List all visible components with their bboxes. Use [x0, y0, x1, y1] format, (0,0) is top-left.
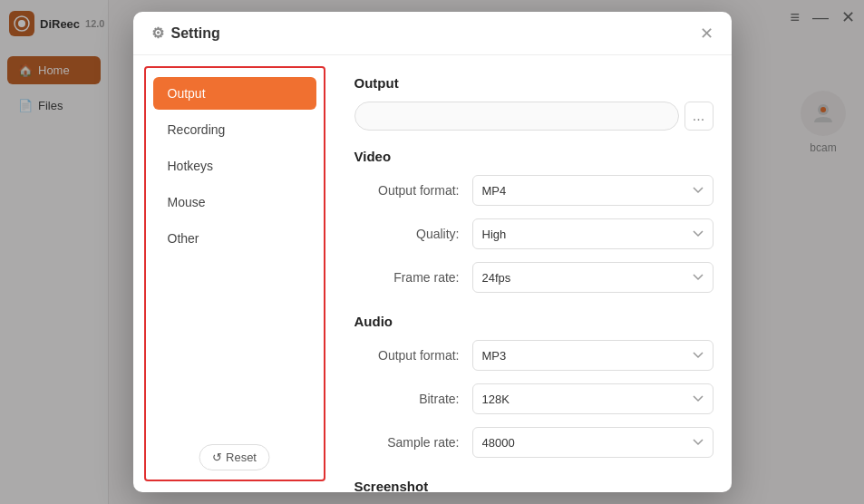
video-section-title: Video	[354, 149, 714, 164]
video-format-select[interactable]: MP4 AVI MOV MKV	[472, 175, 714, 206]
audio-samplerate-label: Sample rate:	[354, 435, 472, 450]
audio-samplerate-select[interactable]: 22050 44100 48000	[472, 427, 714, 458]
audio-section-title: Audio	[354, 314, 714, 329]
setting-icon: ⚙	[151, 24, 164, 42]
video-framerate-row: Frame rate: 15fps 20fps 24fps 30fps 60fp…	[354, 262, 714, 293]
modal-nav: Output Recording Hotkeys Mouse Other ↺ R…	[144, 66, 325, 481]
video-format-row: Output format: MP4 AVI MOV MKV	[354, 175, 714, 206]
output-path-row: ...	[354, 102, 714, 131]
browse-path-button[interactable]: ...	[684, 102, 714, 131]
audio-bitrate-row: Bitrate: 64K 96K 128K 192K 320K	[354, 383, 714, 414]
settings-modal: ⚙ Setting ✕ Output Recording Hotkeys Mou…	[133, 12, 732, 492]
video-format-label: Output format:	[354, 183, 472, 198]
output-path-input[interactable]	[354, 102, 679, 131]
nav-item-other[interactable]: Other	[153, 222, 316, 255]
modal-close-button[interactable]: ✕	[700, 25, 714, 42]
video-quality-select[interactable]: Low Medium High Lossless	[472, 218, 714, 249]
audio-bitrate-select[interactable]: 64K 96K 128K 192K 320K	[472, 383, 714, 414]
nav-item-mouse[interactable]: Mouse	[153, 186, 316, 218]
modal-overlay: ⚙ Setting ✕ Output Recording Hotkeys Mou…	[0, 0, 864, 504]
audio-format-row: Output format: MP3 AAC WAV OGG	[354, 340, 714, 371]
nav-item-recording[interactable]: Recording	[153, 113, 316, 146]
reset-label: Reset	[226, 451, 257, 464]
video-quality-row: Quality: Low Medium High Lossless	[354, 218, 714, 249]
modal-title: ⚙ Setting	[151, 24, 220, 42]
audio-samplerate-row: Sample rate: 22050 44100 48000	[354, 427, 714, 458]
reset-button[interactable]: ↺ Reset	[199, 444, 270, 470]
reset-icon: ↺	[212, 451, 222, 464]
video-framerate-select[interactable]: 15fps 20fps 24fps 30fps 60fps	[472, 262, 714, 293]
modal-content: Output ... Video Output format: MP4 AVI …	[336, 55, 732, 492]
modal-header: ⚙ Setting ✕	[133, 12, 732, 55]
audio-format-select[interactable]: MP3 AAC WAV OGG	[472, 340, 714, 371]
screenshot-section-title: Screenshot	[354, 479, 714, 492]
audio-format-label: Output format:	[354, 348, 472, 363]
section-sep-1	[354, 305, 714, 306]
modal-title-text: Setting	[171, 25, 220, 42]
nav-item-output[interactable]: Output	[153, 77, 316, 110]
output-section-title: Output	[354, 75, 714, 91]
modal-body: Output Recording Hotkeys Mouse Other ↺ R…	[133, 55, 732, 492]
audio-bitrate-label: Bitrate:	[354, 392, 472, 406]
section-sep-2	[354, 470, 714, 471]
video-framerate-label: Frame rate:	[354, 270, 472, 285]
video-quality-label: Quality:	[354, 227, 472, 241]
nav-item-hotkeys[interactable]: Hotkeys	[153, 150, 316, 182]
